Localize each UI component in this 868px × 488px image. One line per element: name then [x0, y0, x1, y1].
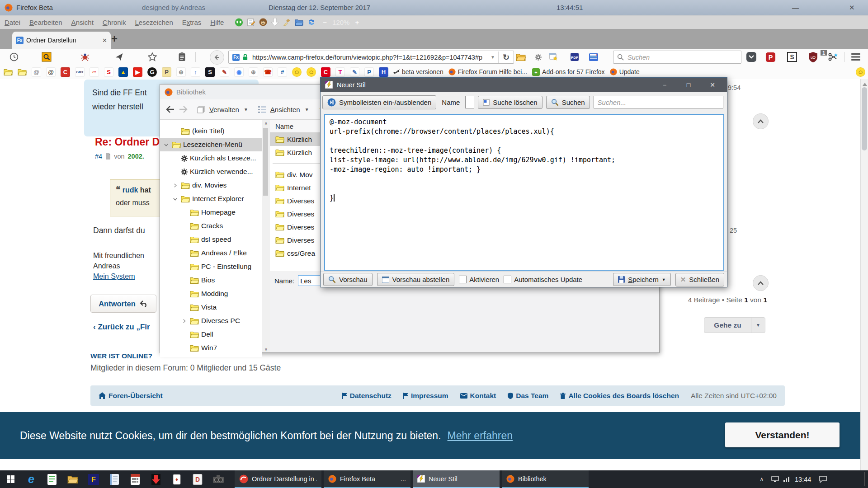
activate-checkbox[interactable]: Aktivieren [459, 276, 499, 283]
taskbar-pinned-downloader[interactable] [146, 470, 166, 488]
tree-item--kein-titel-[interactable]: (kein Titel) [160, 124, 262, 138]
footer-link-datenschutz[interactable]: Datenschutz [342, 392, 392, 400]
taskbar-window-ordner-darstellung-in-[interactable]: Ordner Darstellung in ... [235, 470, 321, 488]
tree-item-cracks[interactable]: Cracks [160, 219, 262, 233]
bookmark-com-icon[interactable]: C [61, 67, 70, 77]
addon-colorful-icon[interactable] [79, 51, 91, 63]
tree-item-dsl-speed[interactable]: dsl speed [160, 233, 262, 246]
back-to-forum-link[interactable]: ‹ Zurück zu „Fir [93, 323, 150, 332]
tree-item-dell[interactable]: Dell [160, 328, 262, 341]
taskbar-pinned-d-tool[interactable]: D [187, 470, 208, 488]
bookmark-chip-icon[interactable]: C [321, 67, 330, 77]
scrollbar-thumb[interactable] [862, 87, 867, 150]
bookmark-globe-icon[interactable]: ⊕ [176, 67, 186, 77]
close-button[interactable]: ✕ [703, 81, 722, 89]
bookmark-paperclip-icon[interactable]: @ [32, 67, 41, 77]
checkbox-unchecked[interactable] [504, 276, 511, 283]
blue-folder-icon[interactable] [295, 19, 303, 26]
taskbar-pinned-folder[interactable] [62, 470, 83, 488]
style-name-input[interactable] [465, 96, 474, 108]
bookmark-github-icon[interactable]: G [147, 67, 157, 77]
bookmark-smiley-icon[interactable]: ☺ [307, 67, 316, 77]
search-input[interactable] [627, 53, 741, 61]
taskbar-pinned-calculator[interactable] [125, 470, 146, 488]
window-list-icon[interactable] [588, 51, 599, 63]
shield-addon-icon[interactable]: uO [807, 51, 819, 63]
preview-button[interactable]: Vorschau [323, 273, 373, 286]
footer-link-alle-cookies-des-boards-l-schen[interactable]: Alle Cookies des Boards löschen [560, 392, 679, 400]
page-scrollbar[interactable] [860, 79, 868, 470]
footer-link-kontakt[interactable]: Kontakt [460, 392, 496, 400]
pocket-icon[interactable] [745, 51, 757, 63]
reload-button[interactable]: ↻ [499, 52, 514, 62]
forward-icon[interactable] [179, 105, 188, 113]
post-number[interactable]: #4 [95, 153, 102, 160]
alien-icon[interactable] [235, 18, 243, 27]
manage-menu-button[interactable]: Verwalten [209, 106, 239, 113]
taskbar-pinned-cards[interactable]: ♦ [166, 470, 187, 488]
taskbar-pinned-notes[interactable] [104, 470, 125, 488]
footer-link-impressum[interactable]: Impressum [403, 392, 448, 400]
bookmark-smiley-icon[interactable]: ☺ [292, 67, 302, 77]
bookmark-folder-icon[interactable] [4, 69, 13, 75]
menu-datei[interactable]: Datei [0, 17, 25, 28]
cookie-more-link[interactable]: Mehr erfahren [448, 430, 513, 442]
bookmark-sparkasse-icon[interactable]: S [104, 67, 113, 77]
sync-icon[interactable] [307, 18, 316, 26]
monkey-icon[interactable] [259, 18, 267, 26]
hamburger-menu-icon[interactable] [850, 51, 862, 63]
scroll-top-button[interactable] [753, 275, 769, 291]
clipboard-icon[interactable] [176, 51, 188, 63]
search-box[interactable] [613, 51, 741, 64]
taskbar-window-neuer-stil[interactable]: Neuer Stil [413, 470, 500, 488]
bookmark-youtube-icon[interactable]: ▶ [133, 67, 142, 77]
bookmark-link-3[interactable]: +Add-ons for 57 Firefox [532, 68, 605, 76]
bookmark-chrome-icon[interactable]: ◉ [234, 67, 244, 77]
close-style-button[interactable]: ✕ Schließen [675, 273, 724, 286]
menu-chronik[interactable]: Chronik [98, 17, 131, 28]
tree-item-internet-explorer[interactable]: Internet Explorer [160, 192, 262, 206]
search-button[interactable]: Suchen [546, 96, 590, 109]
tree-item-vista[interactable]: Vista [160, 300, 262, 314]
bookmark-compass-pencil-icon[interactable]: ✎ [220, 67, 229, 77]
url-dropdown-arrow[interactable]: ▼ [487, 55, 498, 60]
tab-close-button[interactable]: ✕ [102, 37, 107, 44]
tab-ordner-darstellung[interactable]: Fx Ordner Darstellun ✕ [12, 32, 111, 49]
tree-item-win7[interactable]: Win7 [160, 341, 262, 355]
tree-item-lesezeichen-men-[interactable]: Lesezeichen-Menü [160, 138, 262, 151]
bookmark-p-yellow-icon[interactable]: P [162, 67, 171, 77]
bookmark-ebay-icon[interactable]: eY [90, 67, 99, 77]
tree-item-bios[interactable]: Bios [160, 273, 262, 287]
tree-expander-icon[interactable] [173, 183, 179, 188]
tree-expander-icon[interactable] [173, 197, 179, 202]
bookmark-phone-icon[interactable]: ☎ [263, 67, 273, 77]
forum-overview-link[interactable]: Foren-Übersicht [99, 392, 163, 400]
screenshot-scissors-icon[interactable] [827, 51, 839, 63]
cookie-accept-button[interactable]: Verstanden! [725, 422, 840, 447]
tree-item-pc-einstellung[interactable]: PC - Einstellung [160, 260, 262, 273]
stylish-search-input[interactable] [594, 96, 723, 108]
save-button[interactable]: Speichern ▼ [613, 273, 670, 286]
tree-expander-icon[interactable] [164, 142, 170, 147]
scrollbar-down-arrow[interactable]: ∨ [262, 347, 270, 352]
page-star-icon[interactable] [547, 51, 559, 63]
tray-display-icon[interactable] [771, 476, 779, 483]
tree-item-modding[interactable]: Modding [160, 287, 262, 300]
taskbar-pinned-media-f[interactable]: F [83, 470, 104, 488]
taskbar-pinned-camera[interactable] [208, 470, 229, 488]
footer-link-das-team[interactable]: Das Team [508, 392, 548, 400]
scrollbar-thumb[interactable] [263, 128, 268, 196]
bookmark-globe-icon[interactable]: ⊕ [249, 67, 258, 77]
bookmark-bank-icon[interactable]: ▲ [118, 67, 128, 77]
search-tile-icon[interactable] [41, 51, 52, 63]
tray-expand-icon[interactable]: ∧ [760, 476, 764, 483]
back-icon[interactable] [165, 105, 175, 113]
maximize-button[interactable]: □ [679, 81, 698, 89]
reply-button[interactable]: Antworten [90, 295, 156, 313]
send-tab-icon[interactable] [113, 51, 125, 63]
scrollbar-up-arrow[interactable] [863, 80, 867, 86]
bookmark-telekom-icon[interactable]: T [335, 67, 345, 77]
bookmark-smiley-icon[interactable]: ☺ [856, 67, 865, 77]
toggle-toolbars-button[interactable]: Symbolleisten ein-/ausblenden [322, 95, 436, 109]
tree-item-div-movies[interactable]: div. Movies [160, 178, 262, 192]
